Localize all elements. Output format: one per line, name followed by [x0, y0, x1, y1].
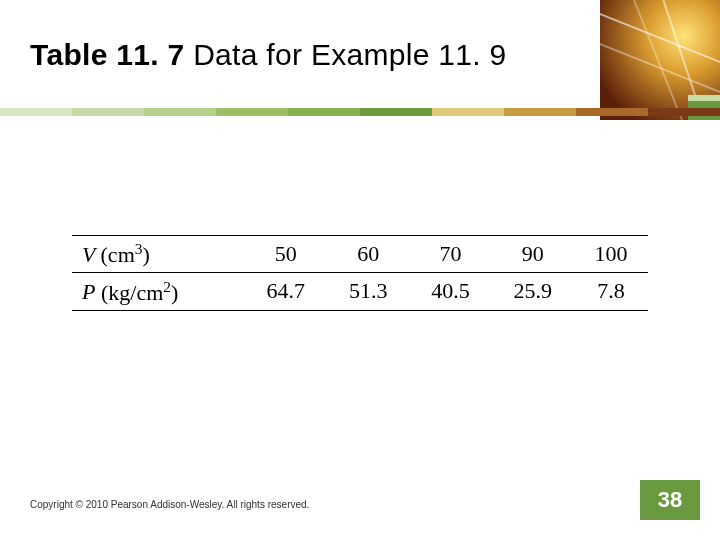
table-row: P (kg/cm2) 64.7 51.3 40.5 25.9 7.8 — [72, 273, 648, 310]
color-ribbon — [0, 108, 720, 116]
data-table: V (cm3) 50 60 70 90 100 P (kg/cm2) 64.7 … — [72, 235, 648, 311]
table-row: V (cm3) 50 60 70 90 100 — [72, 236, 648, 273]
copyright: Copyright © 2010 Pearson Addison-Wesley.… — [30, 499, 309, 510]
slide: Table 11. 7 Data for Example 11. 9 V (cm… — [0, 0, 720, 540]
cell: 25.9 — [492, 273, 574, 310]
cell: 51.3 — [327, 273, 409, 310]
svg-rect-6 — [688, 95, 720, 101]
corner-art — [600, 0, 720, 120]
cell: 64.7 — [245, 273, 327, 310]
slide-title: Table 11. 7 Data for Example 11. 9 — [30, 38, 507, 72]
page-number: 38 — [658, 487, 682, 513]
cell: 90 — [492, 236, 574, 273]
cell: 100 — [574, 236, 648, 273]
cell: 60 — [327, 236, 409, 273]
title-label: Table 11. 7 — [30, 38, 185, 71]
cell: 40.5 — [409, 273, 491, 310]
cell: 50 — [245, 236, 327, 273]
cell: 7.8 — [574, 273, 648, 310]
cell: 70 — [409, 236, 491, 273]
title-text: Data for Example 11. 9 — [185, 38, 507, 71]
page-number-badge: 38 — [640, 480, 700, 520]
